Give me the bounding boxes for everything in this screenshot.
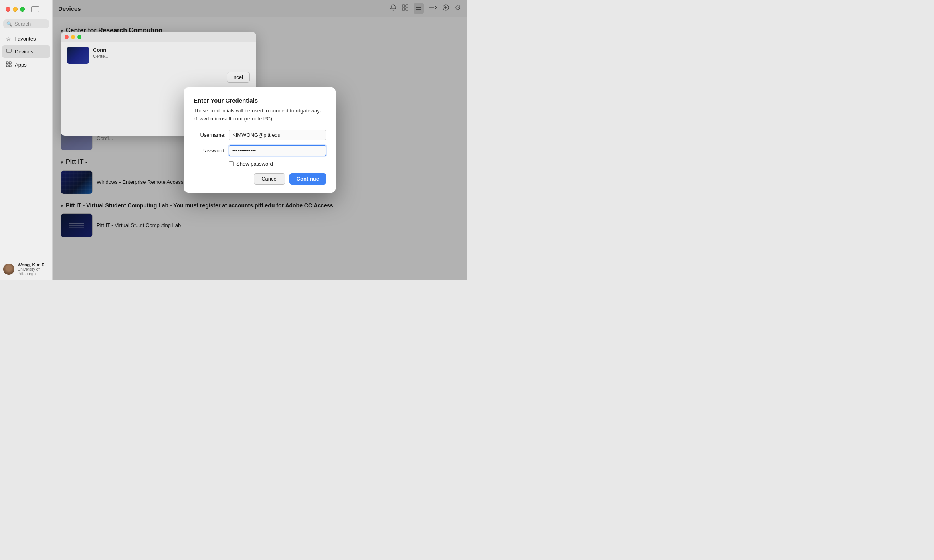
cancel-button[interactable]: Cancel <box>254 173 285 185</box>
sidebar-item-label-favorites: Favorites <box>14 36 36 42</box>
modal-overlay: Conn Cente... ncel Enter Your Credential… <box>53 0 467 280</box>
user-profile[interactable]: Wong, Kim F University of Pittsburgh <box>0 258 52 280</box>
username-input[interactable] <box>229 130 326 140</box>
password-label: Password: <box>194 148 226 154</box>
user-info: Wong, Kim F University of Pittsburgh <box>18 262 49 276</box>
sidebar-item-apps[interactable]: Apps <box>2 59 50 71</box>
minimize-button[interactable] <box>13 7 18 12</box>
svg-rect-2 <box>6 62 8 64</box>
svg-rect-4 <box>6 65 8 67</box>
search-icon: 🔍 <box>6 21 12 27</box>
user-name: Wong, Kim F <box>18 262 49 267</box>
password-input[interactable] <box>229 145 326 156</box>
bg-cancel-area: ncel <box>67 72 250 83</box>
sidebar-item-devices[interactable]: Devices <box>2 45 50 58</box>
continue-button[interactable]: Continue <box>289 173 326 185</box>
bg-close-button <box>65 35 69 39</box>
bg-app-thumb <box>67 47 89 64</box>
credentials-dialog: Enter Your Credentials These credentials… <box>184 87 336 193</box>
bg-window-body: Conn Cente... ncel <box>61 42 256 87</box>
search-bar[interactable]: 🔍 Search <box>3 19 49 28</box>
svg-rect-0 <box>6 49 11 52</box>
close-button[interactable] <box>6 7 10 12</box>
svg-rect-3 <box>9 62 11 64</box>
search-label: Search <box>14 21 31 27</box>
modal-title: Enter Your Credentials <box>194 97 326 104</box>
username-field-row: Username: <box>194 130 326 140</box>
show-password-row: Show password <box>229 161 326 167</box>
bg-window-title: Conn <box>93 47 109 53</box>
bg-window-subtitle: Cente... <box>93 54 109 59</box>
bg-minimize-button <box>71 35 75 39</box>
sidebar-toggle-icon[interactable] <box>31 6 39 12</box>
svg-rect-5 <box>9 65 11 67</box>
avatar <box>3 264 14 275</box>
bg-maximize-button <box>77 35 81 39</box>
devices-icon <box>6 48 12 55</box>
sidebar-item-label-apps: Apps <box>15 62 27 68</box>
show-password-label: Show password <box>236 161 273 167</box>
svg-rect-1 <box>8 53 10 53</box>
sidebar-item-label-devices: Devices <box>15 49 33 55</box>
apps-icon <box>6 61 12 68</box>
sidebar: 🔍 Search ☆ Favorites Devices Apps <box>0 0 53 280</box>
user-org: University of Pittsburgh <box>18 267 49 276</box>
username-label: Username: <box>194 132 226 138</box>
modal-buttons: Cancel Continue <box>194 173 326 185</box>
modal-description: These credentials will be used to connec… <box>194 107 326 122</box>
password-field-row: Password: <box>194 145 326 156</box>
main-content: Devices <box>53 0 467 280</box>
traffic-lights <box>0 0 52 17</box>
maximize-button[interactable] <box>20 7 25 12</box>
bg-cancel-button[interactable]: ncel <box>227 72 250 83</box>
bg-app-row: Conn Cente... <box>67 47 250 64</box>
bg-window-titlebar <box>61 32 256 42</box>
star-icon: ☆ <box>6 35 11 42</box>
sidebar-item-favorites[interactable]: ☆ Favorites <box>2 33 50 45</box>
show-password-checkbox[interactable] <box>229 161 234 166</box>
